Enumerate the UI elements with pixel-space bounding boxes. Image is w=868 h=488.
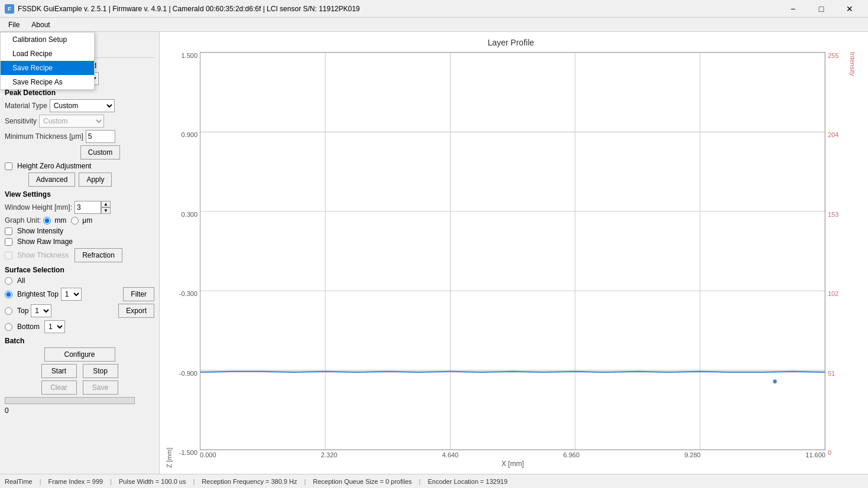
height-zero-checkbox[interactable]: [5, 162, 12, 170]
brightest-top-radio[interactable]: [5, 291, 12, 298]
show-raw-image-label[interactable]: Show Raw Image: [5, 238, 73, 246]
refraction-button[interactable]: Refraction: [75, 248, 122, 262]
view-settings-title: View Settings: [5, 190, 154, 199]
svg-point-11: [773, 379, 776, 383]
rtick-0: 255: [828, 52, 838, 59]
export-button[interactable]: Export: [118, 304, 154, 318]
app-icon: F: [5, 4, 14, 14]
um-radio[interactable]: [71, 217, 79, 225]
ytick-4: -0.900: [179, 370, 197, 377]
advanced-button[interactable]: Advanced: [28, 173, 75, 187]
rtick-4: 51: [828, 370, 835, 377]
top-select[interactable]: 1: [31, 304, 51, 317]
apply-button[interactable]: Apply: [79, 173, 112, 187]
menu-save-recipe-as[interactable]: Save Recipe As: [1, 75, 94, 89]
all-radio[interactable]: [5, 277, 12, 285]
ytick-5: -1.500: [179, 449, 197, 456]
save-button[interactable]: Save: [83, 380, 118, 395]
sensitivity-select[interactable]: Custom: [39, 115, 104, 128]
ytick-1: 0.900: [181, 131, 197, 138]
title-bar: F FSSDK GuiExample v. 2.5.1 | Firmware v…: [0, 0, 868, 18]
rtick-3: 102: [828, 290, 838, 297]
bottom-select[interactable]: 1: [44, 320, 65, 333]
show-intensity-label[interactable]: Show Intensity: [5, 227, 63, 235]
window-height-label: Window Height [mm]:: [5, 203, 72, 212]
main-layout: ▶SPEC 2000 External Pulsing Enabled Freq…: [0, 32, 868, 474]
bottom-radio[interactable]: [5, 323, 12, 331]
left-panel: ▶SPEC 2000 External Pulsing Enabled Freq…: [0, 32, 160, 474]
peak-detection-title: Peak Detection: [5, 89, 154, 97]
y-axis-label: Z [mm]: [166, 52, 173, 468]
maximize-button[interactable]: □: [808, 0, 835, 18]
chart-title: Layer Profile: [166, 38, 856, 47]
menu-file[interactable]: File: [2, 18, 25, 32]
menu-bar: File About Calibration Setup Load Recipe…: [0, 18, 868, 32]
mm-radio-label[interactable]: mm: [43, 216, 66, 225]
um-radio-label[interactable]: μm: [71, 216, 92, 225]
chart-area: Layer Profile Z [mm] 1.500 0.900 0.300 -…: [160, 32, 868, 474]
top-radio[interactable]: [5, 307, 12, 315]
progress-value: 0: [5, 406, 154, 415]
menu-save-recipe[interactable]: Save Recipe: [1, 61, 94, 75]
progress-bar-container: [5, 397, 135, 404]
xtick-0: 0.000: [200, 451, 216, 458]
top-radio-label[interactable]: Top: [5, 307, 28, 315]
start-button[interactable]: Start: [41, 364, 77, 378]
chart-plot: [200, 52, 825, 450]
right-ticks: 255 204 153 102 51 0: [828, 52, 849, 468]
show-thickness-label[interactable]: Show Thickness: [5, 251, 69, 259]
sensitivity-label: Sensitivity: [5, 117, 37, 125]
all-radio-label[interactable]: All: [5, 276, 25, 285]
status-reception-queue: Reception Queue Size = 0 profiles: [313, 478, 412, 485]
ytick-2: 0.300: [181, 211, 197, 218]
surface-selection-title: Surface Selection: [5, 266, 154, 274]
x-ticks: 0.000 2.320 4.640 6.960 9.280 11.600: [200, 450, 825, 458]
file-dropdown: Calibration Setup Load Recipe Save Recip…: [0, 32, 95, 90]
brightest-top-select[interactable]: 1: [61, 288, 82, 301]
xtick-1: 2.320: [321, 451, 338, 458]
window-controls: − □ ✕: [779, 0, 863, 18]
rtick-5: 0: [828, 449, 831, 456]
window-height-down[interactable]: ▼: [101, 207, 111, 214]
chart-container: Z [mm] 1.500 0.900 0.300 -0.300 -0.900 -…: [166, 52, 856, 468]
stop-button[interactable]: Stop: [83, 364, 118, 378]
close-button[interactable]: ✕: [836, 0, 863, 18]
y-ticks: 1.500 0.900 0.300 -0.300 -0.900 -1.500: [175, 52, 200, 468]
status-reception-freq: Reception Frequency = 380.9 Hz: [202, 478, 297, 485]
chart-svg: [200, 53, 825, 450]
right-axis: 255 204 153 102 51 0: [828, 52, 849, 468]
status-encoder-location: Encoder Location = 132919: [427, 478, 507, 485]
menu-load-recipe[interactable]: Load Recipe: [1, 47, 94, 61]
show-intensity-checkbox[interactable]: [5, 227, 12, 235]
material-type-select[interactable]: Custom: [50, 99, 115, 112]
xtick-4: 9.280: [684, 451, 701, 458]
window-title: FSSDK GuiExample v. 2.5.1 | Firmware v. …: [18, 5, 360, 13]
show-thickness-checkbox[interactable]: [5, 252, 12, 259]
min-thickness-label: Minimum Thickness [μm]: [5, 132, 83, 141]
height-zero-label[interactable]: Height Zero Adjustment: [5, 162, 91, 170]
custom-button[interactable]: Custom: [80, 145, 120, 160]
material-type-label: Material Type: [5, 102, 47, 110]
ytick-0: 1.500: [181, 52, 197, 59]
status-pulse-width: Pulse Width = 100.0 us: [119, 478, 186, 485]
graph-unit-label: Graph Unit:: [5, 216, 41, 225]
menu-about[interactable]: About: [25, 18, 56, 32]
clear-button[interactable]: Clear: [41, 380, 77, 395]
rtick-1: 204: [828, 131, 838, 138]
status-frame-index: Frame Index = 999: [48, 478, 103, 485]
menu-calibration-setup[interactable]: Calibration Setup: [1, 32, 94, 47]
minimize-button[interactable]: −: [779, 0, 807, 18]
intensity-label: Intensity: [849, 52, 856, 468]
bottom-radio-label[interactable]: Bottom: [5, 323, 40, 331]
brightest-top-radio-label[interactable]: Brightest Top: [5, 290, 59, 298]
mm-radio[interactable]: [43, 217, 51, 225]
configure-button[interactable]: Configure: [44, 347, 115, 362]
xtick-2: 4.640: [442, 451, 459, 458]
min-thickness-input[interactable]: [86, 130, 115, 143]
status-mode: RealTime: [5, 478, 33, 485]
filter-button[interactable]: Filter: [123, 287, 154, 301]
xtick-3: 6.960: [563, 451, 580, 458]
window-height-up[interactable]: ▲: [101, 201, 111, 207]
show-raw-image-checkbox[interactable]: [5, 238, 12, 246]
window-height-input[interactable]: [75, 201, 101, 214]
